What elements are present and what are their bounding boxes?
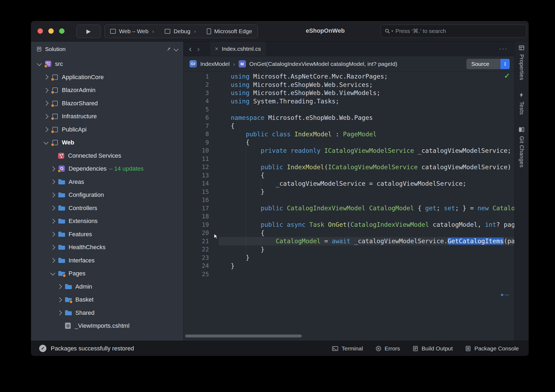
tab-git-changes[interactable]: Git Changes	[519, 127, 525, 168]
pin-pad-icon[interactable]	[166, 47, 171, 52]
horizontal-scrollbar[interactable]	[185, 334, 302, 337]
code-line-23[interactable]: 23 }	[184, 254, 514, 262]
code-line-24[interactable]: 24}	[184, 262, 514, 270]
line-number[interactable]: 13	[184, 172, 216, 179]
code-line-20[interactable]: 20 {	[184, 229, 514, 237]
line-number[interactable]: 12	[184, 164, 216, 170]
code-line-1[interactable]: 1using Microsoft.AspNetCore.Mvc.RazorPag…	[184, 72, 514, 81]
zoom-window-button[interactable]	[59, 28, 65, 34]
line-number[interactable]: 7	[184, 123, 216, 129]
editor-tab[interactable]: × Index.cshtml.cs	[210, 42, 266, 56]
code-line-25[interactable]: 25	[184, 270, 514, 278]
line-number[interactable]: 9	[184, 139, 216, 146]
code-line-8[interactable]: 8 public class IndexModel : PageModel	[184, 130, 514, 138]
navigate-back-icon[interactable]: ‹	[189, 45, 192, 53]
code-editor[interactable]: 1using Microsoft.AspNetCore.Mvc.RazorPag…	[184, 72, 514, 341]
tree-item-web[interactable]: Web	[31, 136, 183, 149]
tree-item-shared[interactable]: Shared	[31, 306, 183, 320]
run-target-selector[interactable]: Microsoft Edge	[201, 25, 258, 38]
line-number[interactable]: 18	[184, 213, 216, 220]
tree-item-basket[interactable]: Basket	[31, 293, 183, 306]
line-number[interactable]: 3	[184, 90, 216, 96]
tree-item-applicationcore[interactable]: ApplicationCore	[31, 71, 183, 84]
chevron-right-icon[interactable]	[43, 101, 48, 106]
chevron-right-icon[interactable]	[50, 258, 55, 263]
global-search-field[interactable]: ▾ Press ‘⌘.’ to search	[381, 25, 526, 38]
chevron-down-icon[interactable]	[50, 271, 55, 275]
line-number[interactable]: 22	[184, 246, 216, 253]
code-line-9[interactable]: 9 {	[184, 138, 514, 147]
terminal-button[interactable]: Terminal	[332, 345, 363, 352]
tree-item-blazoradmin[interactable]: BlazorAdmin	[31, 84, 183, 97]
chevron-down-icon[interactable]	[37, 61, 42, 66]
code-line-18[interactable]: 18	[184, 212, 514, 221]
chevron-right-icon[interactable]	[57, 310, 62, 315]
tree-item-areas[interactable]: Areas	[31, 175, 183, 189]
tab-properties[interactable]: Properties	[519, 45, 525, 80]
tab-tests[interactable]: Tests	[519, 92, 525, 115]
chevron-down-icon[interactable]	[43, 140, 48, 144]
tree-item-dependencies[interactable]: Dependencies– 14 updates	[31, 162, 183, 175]
tab-overflow-menu-icon[interactable]: ···	[499, 45, 508, 52]
package-console-button[interactable]: Package Console	[465, 345, 519, 352]
tree-item-healthchecks[interactable]: HealthChecks	[31, 241, 183, 254]
tree-item-pages[interactable]: Pages	[31, 267, 183, 280]
tree-item-infrastructure[interactable]: Infrastructure	[31, 110, 183, 123]
line-number[interactable]: 25	[184, 271, 216, 278]
tree-item-blazorshared[interactable]: BlazorShared	[31, 97, 183, 110]
chevron-right-icon[interactable]	[50, 245, 55, 250]
code-line-4[interactable]: 4using System.Threading.Tasks;	[184, 97, 514, 106]
line-number[interactable]: 2	[184, 81, 216, 88]
chevron-right-icon[interactable]	[43, 88, 48, 93]
tree-item-publicapi[interactable]: PublicApi	[31, 123, 183, 136]
code-line-10[interactable]: 10 private readonly ICatalogViewModelSer…	[184, 147, 514, 155]
line-number[interactable]: 10	[184, 147, 216, 154]
breadcrumb-member[interactable]: OnGet(CatalogIndexViewModel catalogModel…	[249, 61, 397, 67]
breadcrumb-class[interactable]: IndexModel	[200, 61, 230, 67]
pad-menu-chevron-icon[interactable]	[174, 46, 178, 51]
line-number[interactable]: 16	[184, 197, 216, 203]
chevron-right-icon[interactable]	[57, 284, 62, 289]
run-button[interactable]: ▶	[76, 25, 101, 38]
line-number[interactable]: 21	[184, 238, 216, 245]
code-line-14[interactable]: 14 _catalogViewModelService = catalogVie…	[184, 180, 514, 188]
tree-item-configuration[interactable]: Configuration	[31, 188, 183, 202]
code-line-3[interactable]: 3using Microsoft.eShopWeb.Web.ViewModels…	[184, 89, 514, 97]
chevron-right-icon[interactable]	[43, 127, 48, 132]
errors-button[interactable]: Errors	[375, 345, 400, 352]
chevron-right-icon[interactable]	[43, 75, 48, 80]
build-configuration-selector[interactable]: Debug ›	[159, 25, 201, 38]
chevron-right-icon[interactable]	[50, 206, 55, 211]
line-number[interactable]: 1	[184, 73, 216, 80]
line-number[interactable]: 15	[184, 188, 216, 195]
chevron-right-icon[interactable]	[50, 219, 55, 224]
chevron-right-icon[interactable]	[50, 232, 55, 237]
line-number[interactable]: 24	[184, 262, 216, 269]
tree-item-controllers[interactable]: Controllers	[31, 202, 183, 215]
code-line-13[interactable]: 13 {	[184, 171, 514, 180]
line-number[interactable]: 19	[184, 221, 216, 228]
line-number[interactable]: 23	[184, 254, 216, 261]
code-line-22[interactable]: 22 }	[184, 245, 514, 254]
startup-project-selector[interactable]: Web – Web ›	[105, 25, 159, 38]
tree-item-extensions[interactable]: Extensions	[31, 215, 183, 228]
line-number[interactable]: 8	[184, 131, 216, 137]
tree-item-src[interactable]: src	[31, 58, 183, 71]
tree-item-connected-services[interactable]: Connected Services	[31, 149, 183, 163]
chevron-right-icon[interactable]	[43, 114, 48, 119]
line-number[interactable]: 5	[184, 106, 216, 113]
line-number[interactable]: 11	[184, 156, 216, 162]
tree-item-interfaces[interactable]: Interfaces	[31, 254, 183, 267]
close-tab-icon[interactable]: ×	[215, 45, 218, 52]
code-line-17[interactable]: 17 public CatalogIndexViewModel CatalogM…	[184, 204, 514, 212]
code-line-5[interactable]: 5	[184, 105, 514, 114]
build-output-button[interactable]: Build Output	[412, 345, 453, 352]
tree-item-features[interactable]: Features	[31, 228, 183, 241]
source-view-selector[interactable]: Source ▲▼	[466, 59, 510, 69]
code-line-15[interactable]: 15 }	[184, 188, 514, 196]
code-line-2[interactable]: 2using Microsoft.eShopWeb.Web.Services;	[184, 81, 514, 89]
code-line-6[interactable]: 6namespace Microsoft.eShopWeb.Web.Pages	[184, 114, 514, 122]
code-line-19[interactable]: 19 public async Task OnGet(CatalogIndexV…	[184, 221, 514, 229]
code-line-11[interactable]: 11	[184, 155, 514, 163]
navigate-forward-icon[interactable]: ›	[197, 45, 200, 53]
